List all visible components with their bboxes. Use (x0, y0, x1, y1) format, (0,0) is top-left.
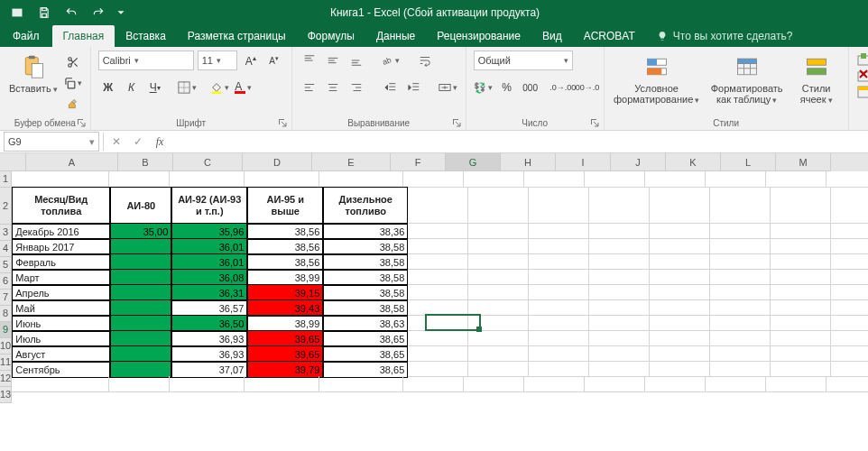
cell[interactable] (771, 253, 831, 270)
bold-button[interactable]: Ж (98, 78, 118, 97)
cell[interactable] (408, 284, 468, 300)
cancel-formula-button[interactable]: ✕ (106, 132, 127, 152)
row-header[interactable]: 10 (0, 338, 12, 354)
copy-button[interactable] (63, 73, 83, 93)
italic-button[interactable]: К (122, 78, 142, 97)
insert-cells-button[interactable]: Вставить (856, 52, 868, 67)
cell[interactable] (771, 330, 831, 346)
increase-font-button[interactable]: A▴ (241, 51, 261, 70)
align-middle-button[interactable] (323, 51, 343, 70)
cell[interactable] (650, 253, 710, 270)
cell[interactable] (468, 238, 529, 254)
cell[interactable] (464, 376, 524, 392)
cell[interactable] (408, 361, 468, 377)
cell[interactable] (408, 299, 468, 316)
cell[interactable] (403, 171, 464, 188)
align-bottom-button[interactable] (346, 51, 366, 70)
cell[interactable] (589, 284, 650, 300)
cell[interactable]: Дизельное топливо (323, 187, 408, 225)
row-header[interactable]: 7 (0, 290, 12, 306)
cell[interactable] (468, 330, 529, 346)
wrap-text-button[interactable] (415, 51, 435, 70)
cell[interactable] (831, 187, 868, 224)
column-header[interactable]: A (26, 153, 118, 171)
cell[interactable] (319, 171, 403, 188)
column-header[interactable]: J (611, 153, 666, 171)
cell[interactable] (319, 376, 403, 392)
format-cells-button[interactable]: Формат (856, 85, 868, 99)
orientation-button[interactable]: ab (381, 51, 401, 70)
cell[interactable] (589, 330, 650, 346)
tab-view[interactable]: Вид (531, 25, 573, 47)
borders-button[interactable] (178, 78, 198, 97)
cell[interactable] (529, 345, 589, 362)
cell[interactable] (771, 315, 831, 331)
cell[interactable] (12, 376, 109, 392)
cell[interactable] (710, 253, 771, 270)
cell[interactable] (529, 330, 589, 346)
cell[interactable] (771, 269, 831, 285)
merge-center-button[interactable] (439, 78, 458, 97)
column-header[interactable]: D (243, 153, 312, 171)
cell[interactable] (589, 187, 650, 224)
column-header[interactable]: F (391, 153, 446, 171)
dialog-launcher-icon[interactable] (589, 117, 600, 128)
cell[interactable] (710, 269, 771, 285)
cell[interactable] (468, 253, 529, 270)
cell[interactable] (645, 171, 706, 188)
format-painter-button[interactable] (63, 94, 83, 114)
cell[interactable] (771, 284, 831, 300)
row-header[interactable]: 2 (0, 188, 12, 225)
row-header[interactable]: 5 (0, 257, 12, 273)
cell[interactable] (831, 284, 868, 300)
cell[interactable] (831, 253, 868, 270)
cell[interactable]: АИ-95 и выше (247, 187, 323, 225)
cell[interactable] (771, 223, 831, 239)
cell[interactable] (408, 330, 468, 346)
cell[interactable] (403, 376, 464, 392)
accept-formula-button[interactable]: ✓ (127, 132, 149, 152)
cell[interactable] (589, 253, 650, 270)
decrease-decimal-button[interactable]: .00→.0 (577, 78, 596, 97)
cell[interactable] (12, 171, 109, 188)
cell[interactable] (529, 223, 589, 239)
cell[interactable] (529, 238, 589, 254)
cell[interactable] (831, 223, 868, 239)
number-format-combo[interactable]: Общий ▾ (474, 51, 573, 70)
cell[interactable] (771, 299, 831, 316)
align-center-button[interactable] (323, 78, 343, 97)
cell[interactable] (529, 315, 589, 331)
column-header[interactable]: C (173, 153, 243, 171)
comma-format-button[interactable]: 000 (521, 78, 540, 97)
cell[interactable] (585, 376, 645, 392)
cell[interactable] (468, 284, 529, 300)
cell[interactable] (766, 171, 826, 188)
cell[interactable] (831, 315, 868, 331)
cell[interactable] (524, 171, 585, 188)
cell[interactable] (589, 361, 650, 377)
cell[interactable] (245, 376, 319, 392)
cell[interactable] (468, 299, 529, 316)
cell[interactable] (464, 171, 524, 188)
cell[interactable] (826, 171, 868, 188)
cell[interactable] (585, 171, 645, 188)
cell[interactable] (468, 269, 529, 285)
row-header[interactable]: 6 (0, 273, 12, 290)
cell[interactable] (408, 345, 468, 362)
cell[interactable] (650, 284, 710, 300)
cell[interactable] (706, 376, 766, 392)
cell[interactable] (468, 315, 529, 331)
cell[interactable] (710, 223, 771, 239)
cell[interactable] (170, 376, 245, 392)
row-header[interactable]: 3 (0, 225, 12, 241)
cell[interactable] (529, 284, 589, 300)
cell[interactable] (589, 269, 650, 285)
cell[interactable] (706, 171, 766, 188)
cell[interactable] (771, 238, 831, 254)
cell[interactable] (589, 238, 650, 254)
cell[interactable] (831, 361, 868, 377)
cell[interactable]: АИ-92 (АИ-93 и т.п.) (171, 187, 247, 225)
font-size-combo[interactable]: 11 ▾ (198, 51, 237, 70)
cell-styles-button[interactable]: Стили ячеек (792, 51, 841, 112)
cell[interactable] (771, 361, 831, 377)
